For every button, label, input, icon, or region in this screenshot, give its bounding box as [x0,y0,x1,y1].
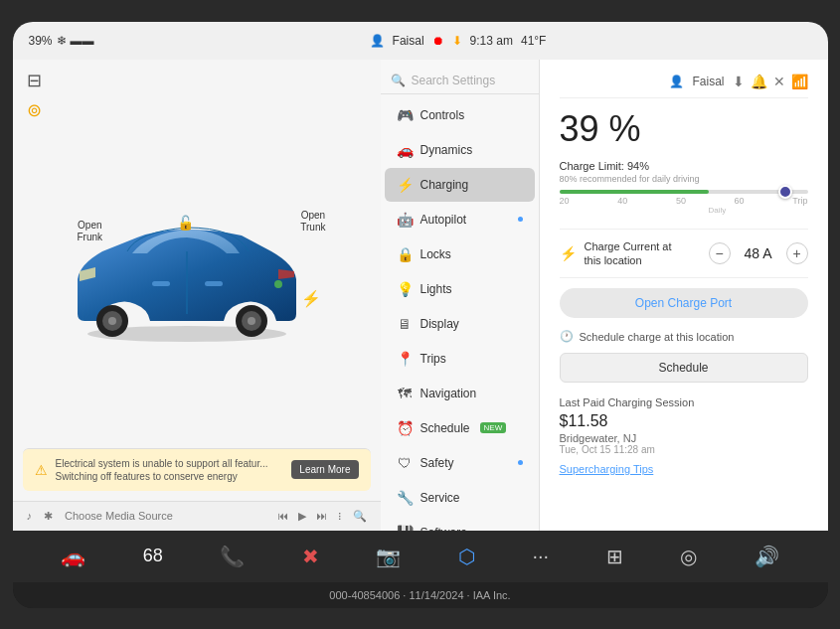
signal-bar: ▬▬ [71,34,94,48]
download2-icon[interactable]: ⬇ [733,74,745,89]
bell-icon[interactable]: 🔔 [751,74,767,89]
sidebar-item-dynamics[interactable]: 🚗Dynamics [385,133,535,167]
open-trunk-label[interactable]: Open Trunk [300,210,325,234]
last-session-title: Last Paid Charging Session [560,396,808,408]
bottom-info-text: 000-40854006 · 11/14/2024 · IAA Inc. [329,589,510,601]
trips-label: Trips [420,352,446,366]
svg-point-6 [108,317,116,325]
slider-labels: 20 40 50 60 Trip [560,196,808,206]
close2-icon[interactable]: ✕ [773,74,785,89]
charging-icon: ⚡ [397,177,413,193]
record-icon: ⏺ [432,34,444,48]
sidebar-item-safety[interactable]: 🛡Safety [385,446,535,480]
schedule-label: Schedule charge at this location [580,331,735,343]
session-date: Tue, Oct 15 11:28 am [560,444,808,455]
bottom-bar: 000-40854006 · 11/14/2024 · IAA Inc. [13,582,828,608]
taskbar-more-icon[interactable]: ··· [532,545,549,567]
warning-text: Electrical system is unable to support a… [56,457,284,483]
taskbar-phone-icon[interactable]: 📞 [220,545,245,568]
autopilot-label: Autopilot [420,213,467,227]
slider-track [560,190,808,194]
sidebar-item-software[interactable]: 💾Software [385,516,535,531]
search-media-btn[interactable]: 🔍 [353,510,367,523]
charge-percent-display: 39 % [560,108,808,150]
sidebar-item-locks[interactable]: 🔒Locks [385,237,535,271]
schedule-button[interactable]: Schedule [560,353,808,383]
right-side: 🔍 Search Settings 🎮Controls🚗Dynamics⚡Cha… [381,60,828,531]
current-icon: ⚡ [560,245,577,261]
left-panel: ⊟ ⊚ Open Frunk Open Trunk 🔓 ⚡ [13,60,381,531]
safety-icon: 🛡 [397,455,413,471]
open-frunk-label[interactable]: Open Frunk [78,220,103,243]
schedule-badge: NEW [480,422,507,433]
taskbar-car-icon[interactable]: 🚗 [61,545,85,568]
sidebar-item-charging[interactable]: ⚡Charging [385,168,535,202]
dynamics-icon: 🚗 [397,142,413,158]
safety-dot [518,460,523,465]
lock-car-icon: 🔓 [177,215,194,231]
slider-thumb[interactable] [778,185,792,199]
media-source-label[interactable]: Choose Media Source [65,510,173,522]
svg-point-9 [248,317,255,325]
media-bar: ♪ ✱ Choose Media Source ⏮ ▶ ⏭ ⫶ 🔍 [13,501,381,531]
charge-current-section: ⚡ Charge Current at this location − 48 A… [560,229,808,279]
controls-icon: 🎮 [397,107,413,123]
user-avatar-icon: 👤 [669,75,684,88]
taskbar: 🚗 68 📞 ✖ 📷 ⬡ ··· ⊞ ◎ 🔊 [13,531,828,582]
locks-icon: 🔒 [397,246,413,262]
charge-bolt-icon: ⚡ [301,289,321,308]
search-placeholder: Search Settings [412,74,496,87]
left-panel-top: ⊟ ⊚ [13,60,381,131]
menu-items-container: 🎮Controls🚗Dynamics⚡Charging🤖Autopilot🔒Lo… [381,98,539,531]
sidebar-item-lights[interactable]: 💡Lights [385,272,535,306]
search-bar[interactable]: 🔍 Search Settings [381,68,539,94]
media-controls: ⏮ ▶ ⏭ ⫶ 🔍 [277,510,367,523]
slider-label-40: 40 [617,196,627,206]
sidebar-item-navigation[interactable]: 🗺Navigation [385,377,535,410]
display-icon: 🖥 [397,316,413,332]
warning-banner: ⚠ Electrical system is unable to support… [23,448,371,491]
status-bar: 39% ❄ ▬▬ 👤 Faisal ⏺ ⬇ 9:13 am 41°F [13,22,828,60]
schedule-section: 🕐 Schedule charge at this location [560,330,808,343]
session-amount: $11.58 [560,412,808,430]
open-charge-port-button[interactable]: Open Charge Port [560,288,808,318]
svg-rect-2 [152,281,170,286]
user-icon: 👤 [370,34,385,48]
taskbar-bluetooth-icon[interactable]: ⬡ [458,545,475,568]
slider-label-60: 60 [735,196,745,206]
prev-track-btn[interactable]: ⏮ [277,510,288,523]
taskbar-cancel-icon[interactable]: ✖ [302,545,319,568]
clock-icon: 🕐 [560,330,574,343]
user-header: 👤 Faisal ⬇ 🔔 ✕ 📶 [560,74,808,98]
safety-label: Safety [420,456,454,470]
charge-limit-subtitle: 80% recommended for daily driving [560,174,808,184]
session-location: Bridgewater, NJ [560,432,808,444]
icon-cluster: ⊟ ⊚ [27,70,42,121]
svg-rect-3 [205,281,223,286]
decrease-current-button[interactable]: − [709,242,731,264]
increase-current-button[interactable]: + [786,242,808,264]
play-btn[interactable]: ▶ [298,510,306,523]
user-action-icons: ⬇ 🔔 ✕ 📶 [733,74,808,89]
schedule-icon: ⏰ [397,420,413,436]
sidebar-item-display[interactable]: 🖥Display [385,307,535,341]
tire-icon: ⊚ [27,99,42,121]
charge-slider-container[interactable]: 20 40 50 60 Trip Daily [560,190,808,215]
sidebar-item-trips[interactable]: 📍Trips [385,342,535,376]
signal-icon: 📶 [791,74,808,89]
next-track-btn[interactable]: ⏭ [316,510,327,523]
equalizer-btn[interactable]: ⫶ [337,510,343,523]
car-area: Open Frunk Open Trunk 🔓 ⚡ [13,131,381,448]
main-content: ⊟ ⊚ Open Frunk Open Trunk 🔓 ⚡ [13,60,828,531]
schedule-label: Schedule [420,421,470,435]
sidebar-item-service[interactable]: 🔧Service [385,481,535,515]
sidebar-item-controls[interactable]: 🎮Controls [385,98,535,132]
learn-more-button[interactable]: Learn More [291,460,358,479]
supercharging-tips-link[interactable]: Supercharging Tips [560,463,654,475]
taskbar-volume-icon[interactable]: 🔊 [755,545,779,568]
taskbar-camera-icon[interactable]: 📷 [376,545,401,568]
taskbar-apps-icon[interactable]: ⊞ [606,545,623,568]
taskbar-target-icon[interactable]: ◎ [680,545,697,568]
sidebar-item-schedule[interactable]: ⏰ScheduleNEW [385,411,535,445]
sidebar-item-autopilot[interactable]: 🤖Autopilot [385,203,535,236]
